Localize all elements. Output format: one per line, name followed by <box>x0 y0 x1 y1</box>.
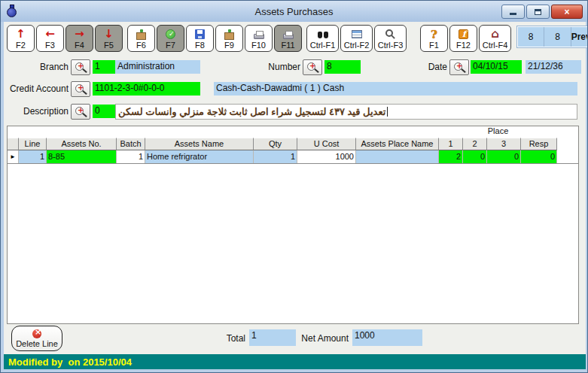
preview-panel: 8 8 Preview <box>517 26 588 47</box>
cell-assets-place-name[interactable] <box>356 150 439 163</box>
toolbar-button-f3[interactable]: ←F3 <box>36 25 64 52</box>
credit-account-lookup-button[interactable] <box>71 81 90 97</box>
date-lookup-button[interactable] <box>449 59 469 75</box>
arrow-left-icon: ← <box>45 29 55 40</box>
row-selector[interactable]: ► <box>8 150 19 163</box>
place-group-header: Place <box>439 126 557 138</box>
record-number-cell: 8 <box>544 27 571 47</box>
branch-code-field[interactable]: 1 <box>93 60 115 74</box>
toolbar-button-ctrl-f3[interactable]: Ctrl-F3 <box>374 25 407 52</box>
zoom-plus-icon <box>307 62 315 71</box>
zoom-plus-icon <box>75 107 84 115</box>
credit-account-code-field[interactable]: 1101-2-3-0#0-0-0 <box>93 82 200 96</box>
function-icon <box>459 29 468 39</box>
cell-line[interactable]: 1 <box>19 150 47 163</box>
delete-icon <box>32 329 41 338</box>
column-header-assets-name: Assets Name <box>145 138 254 150</box>
description-input[interactable]: تعديل قيد ٤٣٧ لتسجيل شراء اصل ثابت ثلاجة… <box>115 104 577 120</box>
toolbar-button-f8[interactable]: F8 <box>186 25 214 52</box>
minimize-button[interactable] <box>501 5 525 19</box>
toolbar-button-f9[interactable]: F9 <box>215 25 243 52</box>
toolbar: ↑F2 ←F3 →F4 ↓F5 F6 F7 F8 F9 F10 F11 Ctrl… <box>7 25 588 52</box>
close-icon: × <box>564 7 569 17</box>
help-icon: ? <box>431 28 437 41</box>
total-field: 1 <box>249 329 296 346</box>
toolbar-button-f11[interactable]: F11 <box>274 25 302 52</box>
title-bar: Assets Purchases × <box>1 1 587 22</box>
toolbar-button-f12[interactable]: F12 <box>449 25 477 52</box>
toolbar-button-f1[interactable]: ?F1 <box>420 25 448 52</box>
package-icon <box>136 32 146 40</box>
column-header-u-cost: U Cost <box>297 138 356 150</box>
column-header-place-3: 3 <box>487 138 521 150</box>
credit-account-name-field: Cash-Cash-Dawadmi ( 1 ) Cash <box>214 82 577 96</box>
column-header-resp: Resp <box>521 138 557 150</box>
hijri-date-field: 21/12/36 <box>526 60 581 74</box>
flask-app-icon[interactable] <box>7 5 16 17</box>
close-button[interactable]: × <box>551 5 583 19</box>
date-field[interactable]: 04/10/15 <box>471 60 522 74</box>
column-header-place-2: 2 <box>463 138 487 150</box>
table-icon <box>352 30 362 38</box>
window-controls: × <box>501 5 583 19</box>
record-count-cell: 8 <box>518 27 544 47</box>
column-header-assets-no: Assets No. <box>47 138 117 150</box>
cell-assets-name[interactable]: Home refrigrator <box>145 150 254 163</box>
number-field[interactable]: 8 <box>324 60 361 74</box>
number-label: Number <box>230 62 300 72</box>
branch-label: Branch <box>8 62 69 72</box>
cell-assets-no[interactable]: 8-85 <box>47 150 117 163</box>
table-row: ► 1 8-85 1 Home refrigrator 1 1000 2 0 0… <box>8 150 578 164</box>
save-icon <box>195 29 205 39</box>
toolbar-button-f5[interactable]: ↓F5 <box>95 25 123 52</box>
cell-place-1[interactable]: 2 <box>439 150 463 163</box>
preview-toggle[interactable]: Preview <box>571 27 588 47</box>
minimize-icon <box>510 13 516 15</box>
maximize-icon <box>535 9 541 15</box>
toolbar-button-f6[interactable]: F6 <box>127 25 155 52</box>
column-header-line: Line <box>19 138 47 150</box>
number-lookup-button[interactable] <box>303 59 322 75</box>
printer-icon <box>254 34 264 39</box>
toolbar-button-f10[interactable]: F10 <box>245 25 273 52</box>
status-bar: Modified by on 2015/10/04 <box>4 354 586 369</box>
window-title: Assets Purchases <box>1 6 587 17</box>
description-lookup-button[interactable] <box>71 104 90 120</box>
status-text: Modified by on 2015/10/04 <box>4 356 132 368</box>
toolbar-button-ctrl-f2[interactable]: Ctrl-F2 <box>340 25 373 52</box>
selector-column-header <box>8 138 19 150</box>
credit-account-label: Credit Account <box>8 83 69 94</box>
toolbar-button-f7[interactable]: F7 <box>157 25 184 52</box>
column-header-qty: Qty <box>254 138 297 150</box>
cell-place-3[interactable]: 0 <box>487 150 521 163</box>
toolbar-button-ctrl-f4[interactable]: ⌂Ctrl-F4 <box>479 25 511 52</box>
package-icon <box>224 32 234 40</box>
app-window: Assets Purchases × ↑F2 ←F3 →F4 ↓F5 F6 F7… <box>0 0 588 373</box>
arrow-right-icon: → <box>75 29 84 40</box>
description-code-field[interactable]: 0 <box>93 105 115 118</box>
branch-lookup-button[interactable] <box>71 59 90 75</box>
cell-u-cost[interactable]: 1000 <box>297 150 356 163</box>
zoom-plus-icon <box>454 62 462 71</box>
cell-place-2[interactable]: 0 <box>463 150 487 163</box>
column-header-place-1: 1 <box>439 138 463 150</box>
zoom-plus-icon <box>75 84 84 92</box>
check-icon <box>166 29 175 39</box>
description-label: Description <box>8 106 69 117</box>
home-exit-icon: ⌂ <box>491 29 499 40</box>
delete-line-button[interactable]: Delete Line <box>11 326 62 351</box>
printer-icon <box>283 34 294 39</box>
cell-batch[interactable]: 1 <box>117 150 145 163</box>
cell-resp[interactable]: 0 <box>521 150 557 163</box>
toolbar-button-ctrl-f1[interactable]: Ctrl-F1 <box>306 25 339 52</box>
toolbar-button-f2[interactable]: ↑F2 <box>7 25 35 52</box>
text-cursor <box>387 107 388 117</box>
cell-qty[interactable]: 1 <box>254 150 297 163</box>
branch-name-field: Administration <box>115 60 200 74</box>
maximize-button[interactable] <box>526 5 550 19</box>
column-header-assets-place-name: Assets Place Name <box>356 138 439 150</box>
net-amount-field: 1000 <box>352 329 422 346</box>
magnifier-icon <box>385 29 393 37</box>
place-group-header-row: Place <box>8 126 578 138</box>
toolbar-button-f4[interactable]: →F4 <box>66 25 93 52</box>
